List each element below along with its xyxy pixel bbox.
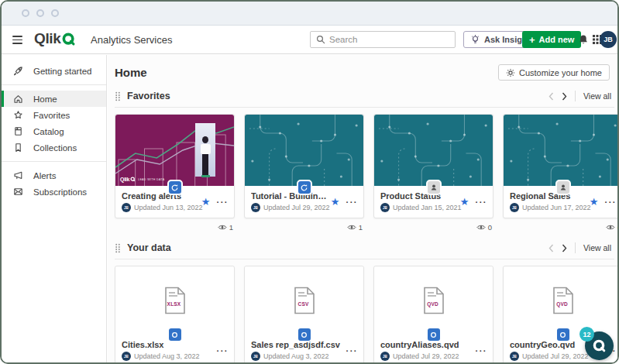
drag-handle-icon[interactable] bbox=[115, 91, 121, 101]
data-card-column: XLSX Cities.xlsx JB Updated Aug 3, bbox=[115, 266, 235, 362]
more-menu-icon[interactable]: ··· bbox=[476, 346, 488, 355]
window-minimize-icon[interactable] bbox=[36, 9, 44, 17]
owner-avatar: JB bbox=[251, 203, 260, 212]
sidebar-divider bbox=[2, 84, 106, 85]
card-stats: 0 bbox=[503, 222, 617, 232]
sidebar-item-catalog[interactable]: Catalog bbox=[2, 123, 106, 139]
sidebar-item-favorites[interactable]: Favorites bbox=[2, 107, 106, 123]
sidebar-label: Home bbox=[33, 94, 57, 104]
customize-home-button[interactable]: Customize your home bbox=[498, 64, 610, 81]
window-maximize-icon[interactable] bbox=[51, 9, 59, 17]
more-menu-icon[interactable]: ··· bbox=[346, 346, 359, 355]
views-eye-icon bbox=[218, 224, 227, 231]
insight-advisor-chat-button[interactable]: 12 bbox=[585, 331, 614, 360]
favorite-star-icon[interactable]: ★ bbox=[590, 197, 599, 207]
file-icon: XLSX bbox=[163, 287, 187, 314]
views-eye-icon bbox=[606, 224, 615, 231]
hamburger-menu-icon[interactable] bbox=[12, 36, 22, 44]
card-thumbnail bbox=[245, 115, 363, 186]
customize-home-label: Customize your home bbox=[519, 68, 602, 77]
card-updated: JB Updated Jan 15, 2021 bbox=[380, 203, 456, 212]
data-card-sales-rep[interactable]: CSV Sales rep_asdjsdf.csv JB Updat bbox=[244, 266, 364, 362]
megaphone-icon bbox=[13, 170, 23, 180]
favorite-star-icon[interactable]: ★ bbox=[460, 197, 469, 207]
more-menu-icon[interactable]: ··· bbox=[476, 197, 488, 207]
card-title: Product Status bbox=[380, 191, 456, 201]
chevron-left-icon[interactable] bbox=[549, 244, 554, 252]
chevron-left-icon[interactable] bbox=[549, 92, 554, 101]
window-close-icon[interactable] bbox=[22, 9, 29, 17]
qlik-logo-text: Qlik bbox=[34, 30, 60, 47]
chevron-right-icon[interactable] bbox=[562, 244, 567, 252]
sidebar-label: Getting started bbox=[33, 67, 91, 76]
main-content: Home Customize your home Favorites bbox=[108, 55, 617, 362]
more-menu-icon[interactable]: ··· bbox=[217, 197, 229, 207]
app-card-product-status[interactable]: Product Status JB Updated Jan 15, 2021 ★… bbox=[373, 114, 493, 218]
favorite-star-icon[interactable]: ★ bbox=[201, 197, 211, 207]
global-search[interactable] bbox=[310, 31, 456, 48]
section-title: Your data bbox=[127, 242, 171, 253]
card-title: Regional Sales bbox=[510, 191, 586, 201]
owner-avatar: JB bbox=[510, 352, 519, 361]
file-icon: QVD bbox=[552, 287, 575, 314]
chevron-right-icon[interactable] bbox=[562, 92, 567, 101]
more-menu-icon[interactable]: ··· bbox=[217, 346, 229, 355]
card-thumbnail: Qlik LEAD WITH DATA bbox=[115, 115, 234, 186]
add-new-button[interactable]: + Add new bbox=[522, 31, 581, 48]
more-menu-icon[interactable]: ··· bbox=[605, 197, 617, 207]
card-title: Cities.xlsx bbox=[122, 340, 213, 349]
add-new-label: Add new bbox=[539, 35, 575, 44]
sidebar-item-alerts[interactable]: Alerts bbox=[2, 167, 106, 184]
sidebar-item-home[interactable]: Home bbox=[2, 91, 106, 107]
data-card-cities[interactable]: XLSX Cities.xlsx JB Updated Aug 3, bbox=[115, 266, 235, 362]
sidebar-item-subscriptions[interactable]: Subscriptions bbox=[2, 184, 106, 200]
favorite-card-column: Product Status JB Updated Jan 15, 2021 ★… bbox=[373, 114, 493, 232]
dataset-badge-icon bbox=[555, 327, 571, 342]
card-stats: 0 bbox=[373, 222, 493, 232]
data-card-country-aliases[interactable]: QVD countryAliases.qvd JB Updated bbox=[373, 266, 493, 362]
sidebar-label: Subscriptions bbox=[33, 187, 87, 197]
divider bbox=[575, 242, 576, 253]
user-avatar[interactable]: JB bbox=[600, 31, 617, 48]
owner-badge-icon bbox=[426, 180, 442, 195]
view-all-link[interactable]: View all bbox=[583, 243, 611, 252]
card-updated: JB Updated Jul 29, 2022 bbox=[380, 352, 472, 361]
sidebar-item-getting-started[interactable]: Getting started bbox=[2, 63, 106, 79]
search-icon bbox=[316, 35, 325, 44]
file-icon: QVD bbox=[422, 287, 445, 314]
app-card-tutorial[interactable]: Tutorial - Building an analytics ... JB … bbox=[244, 114, 364, 218]
search-input[interactable] bbox=[329, 35, 449, 44]
owner-avatar: JB bbox=[122, 352, 131, 361]
card-updated: JB Updated Jun 13, 2022 bbox=[122, 203, 198, 212]
notifications-bell-icon[interactable] bbox=[578, 34, 589, 49]
card-updated: JB Updated Jul 29, 2022 bbox=[251, 203, 327, 212]
sidebar-nav: Getting started Home Favorites Catalog bbox=[2, 55, 107, 362]
notification-count-badge: 12 bbox=[579, 327, 594, 342]
view-all-link[interactable]: View all bbox=[583, 91, 611, 101]
bookmark-icon bbox=[13, 143, 23, 153]
favorite-star-icon[interactable]: ★ bbox=[331, 197, 340, 207]
envelope-icon bbox=[13, 187, 23, 197]
app-card-creating-alerts[interactable]: Qlik LEAD WITH DATA Creating alerts bbox=[115, 114, 235, 218]
views-count: 0 bbox=[488, 223, 492, 232]
sidebar-divider bbox=[2, 161, 106, 162]
card-title: Tutorial - Building an analytics ... bbox=[251, 191, 327, 201]
reload-badge-icon bbox=[167, 180, 183, 195]
file-extension: CSV bbox=[293, 301, 315, 307]
sidebar-label: Favorites bbox=[33, 111, 70, 120]
file-extension: XLSX bbox=[163, 301, 185, 307]
sidebar-item-collections[interactable]: Collections bbox=[2, 139, 106, 156]
person-graphic bbox=[198, 136, 213, 177]
thumbnail-brand: Qlik LEAD WITH DATA bbox=[120, 177, 164, 182]
drag-handle-icon[interactable] bbox=[115, 243, 121, 253]
dataset-badge-icon bbox=[167, 327, 183, 342]
app-card-regional-sales[interactable]: Regional Sales JB Updated Jun 17, 2022 ★… bbox=[503, 114, 617, 218]
views-eye-icon bbox=[347, 224, 356, 231]
data-card-column: CSV Sales rep_asdjsdf.csv JB Updat bbox=[244, 266, 364, 362]
more-menu-icon[interactable]: ··· bbox=[346, 197, 359, 207]
reload-badge-icon bbox=[297, 180, 312, 195]
card-thumbnail bbox=[504, 115, 617, 186]
qlik-logo[interactable]: Qlik bbox=[34, 30, 76, 47]
file-icon: CSV bbox=[293, 287, 316, 314]
card-stats: 1 bbox=[115, 222, 235, 232]
